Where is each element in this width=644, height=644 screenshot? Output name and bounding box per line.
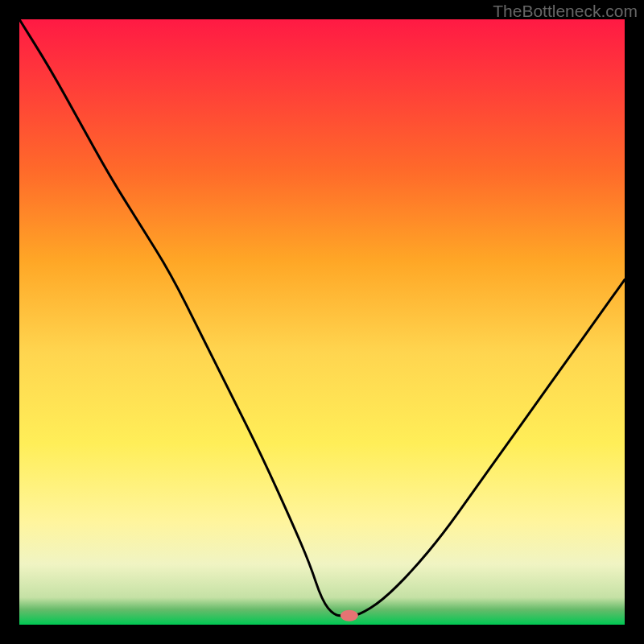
- optimal-point-marker: [341, 610, 358, 621]
- gradient-background: [19, 19, 625, 625]
- plot-area: [19, 19, 625, 625]
- bottleneck-chart: [19, 19, 625, 625]
- watermark-text: TheBottleneck.com: [493, 2, 638, 21]
